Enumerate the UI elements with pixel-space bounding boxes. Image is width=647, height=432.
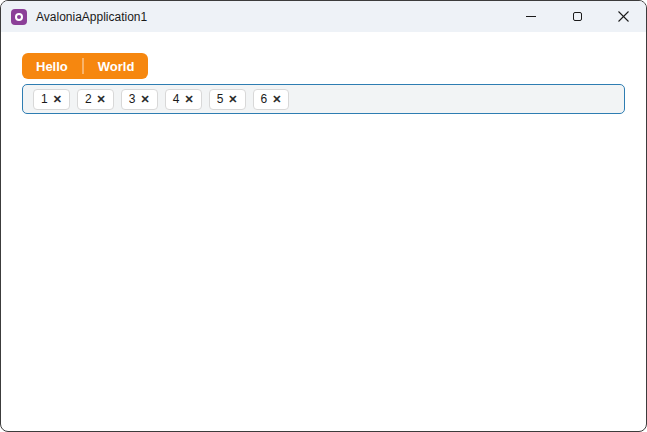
chip-close-icon[interactable]: ✕ (184, 94, 193, 105)
close-icon (618, 11, 629, 22)
app-window: AvaloniaApplication1 Hello World (0, 0, 647, 432)
chip: 5 ✕ (209, 89, 246, 110)
window-title: AvaloniaApplication1 (36, 10, 147, 24)
chip-label: 2 (85, 93, 92, 105)
chip-close-icon[interactable]: ✕ (272, 94, 281, 105)
chip: 6 ✕ (253, 89, 290, 110)
tab-hello-label: Hello (36, 59, 68, 74)
tab-world[interactable]: World (84, 53, 149, 79)
tag-input-box[interactable]: 1 ✕ 2 ✕ 3 ✕ 4 ✕ 5 ✕ 6 ✕ (22, 84, 625, 114)
maximize-button[interactable] (554, 1, 600, 32)
tab-strip: Hello World (22, 53, 148, 79)
chip: 2 ✕ (77, 89, 114, 110)
chip-label: 4 (173, 93, 180, 105)
caption-buttons (508, 1, 646, 32)
chip: 1 ✕ (33, 89, 70, 110)
chip-label: 3 (129, 93, 136, 105)
title-bar: AvaloniaApplication1 (1, 1, 646, 32)
chip-label: 1 (41, 93, 48, 105)
chip-close-icon[interactable]: ✕ (228, 94, 237, 105)
avalonia-logo-icon[interactable] (11, 9, 27, 25)
minimize-icon (526, 16, 536, 17)
content-area: Hello World 1 ✕ 2 ✕ 3 ✕ 4 ✕ (1, 32, 646, 114)
chip-label: 6 (261, 93, 268, 105)
minimize-button[interactable] (508, 1, 554, 32)
chip-close-icon[interactable]: ✕ (141, 94, 150, 105)
chip: 3 ✕ (121, 89, 158, 110)
chip-close-icon[interactable]: ✕ (97, 94, 106, 105)
close-button[interactable] (600, 1, 646, 32)
chip-label: 5 (217, 93, 224, 105)
chip: 4 ✕ (165, 89, 202, 110)
maximize-icon (573, 12, 582, 21)
chip-close-icon[interactable]: ✕ (53, 94, 62, 105)
tab-world-label: World (98, 59, 135, 74)
tab-hello[interactable]: Hello (22, 53, 82, 79)
